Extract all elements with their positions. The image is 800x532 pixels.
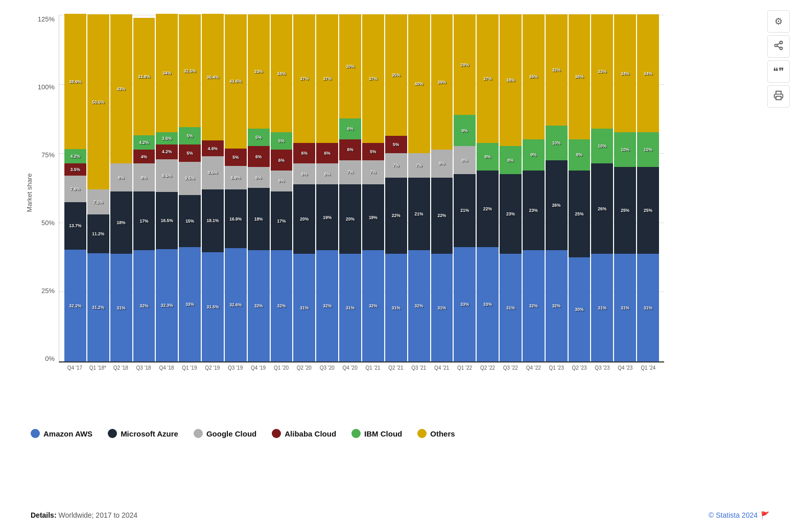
legend-item-microsoft-azure: Microsoft Azure (108, 429, 178, 438)
bar-label-others-18: 37% (483, 77, 492, 81)
bar-aws-10: 31% (293, 254, 315, 361)
x-tick-14: Q2 '21 (385, 362, 407, 371)
bar-group-10: 31%20%6%6%37% (293, 15, 315, 361)
bar-label-alibaba-14: 5% (393, 142, 399, 147)
bar-google-6: 9.5% (202, 156, 224, 189)
print-button[interactable] (767, 85, 790, 108)
svg-line-3 (777, 46, 780, 47)
bar-aws-8: 32% (248, 250, 270, 361)
bar-label-azure-12: 20% (346, 217, 355, 222)
bar-label-aws-4: 32.3% (161, 303, 173, 308)
bar-azure-14: 22% (385, 178, 407, 254)
bar-alibaba-14: 5% (385, 136, 407, 153)
bar-label-google-3: 8% (141, 175, 147, 180)
x-tick-18: Q2 '22 (477, 362, 499, 371)
bar-label-google-7: 6.9% (231, 176, 241, 180)
bar-ibm-8: 5% (248, 129, 270, 146)
bar-azure-24: 25% (614, 167, 636, 254)
bar-google-7: 6.9% (225, 166, 247, 190)
quote-icon: ❝❞ (773, 65, 784, 78)
bar-label-google-11: 6% (324, 172, 331, 177)
bar-label-ibm-4: 3.6% (162, 136, 172, 141)
bar-group-21: 32%26%10%32% (546, 15, 568, 361)
bar-label-azure-24: 25% (621, 208, 629, 213)
x-tick-21: Q1 '23 (546, 362, 568, 371)
bar-label-alibaba-3: 4% (141, 155, 147, 159)
quote-button[interactable]: ❝❞ (767, 60, 790, 83)
bar-azure-5: 15% (179, 195, 201, 247)
bar-label-ibm-19: 8% (507, 158, 513, 162)
x-tick-16: Q4 '21 (431, 362, 453, 371)
bar-group-8: 32%18%6%6%5%33% (248, 15, 270, 361)
bar-label-aws-19: 31% (506, 305, 515, 310)
bar-group-25: 31%25%10%34% (637, 15, 659, 361)
bar-ibm-25: 10% (637, 132, 659, 167)
bar-label-others-22: 36% (575, 75, 583, 79)
bar-others-17: 29% (454, 14, 476, 115)
bar-label-others-24: 34% (621, 71, 629, 76)
bar-label-azure-7: 16.9% (229, 217, 242, 222)
bar-label-aws-16: 31% (437, 305, 446, 310)
bar-label-others-15: 40% (415, 82, 423, 86)
bar-ibm-21: 10% (546, 126, 568, 160)
bar-label-ibm-8: 5% (255, 135, 262, 140)
bar-google-14: 7% (385, 153, 407, 178)
bar-label-alibaba-6: 4.6% (208, 146, 218, 151)
bar-ibm-20: 9% (523, 139, 545, 171)
bar-google-15: 7% (408, 153, 430, 178)
bar-label-others-25: 34% (644, 71, 652, 76)
legend-item-alibaba-cloud: Alibaba Cloud (272, 429, 336, 438)
x-tick-7: Q3 '19 (224, 362, 246, 371)
bar-label-others-9: 34% (277, 71, 286, 76)
bar-label-aws-0: 32.2% (69, 303, 81, 308)
settings-button[interactable]: ⚙ (767, 10, 790, 33)
bar-label-aws-14: 31% (392, 305, 401, 310)
bar-google-5: 9.5% (179, 162, 201, 195)
bar-others-19: 38% (500, 14, 522, 146)
bar-label-azure-0: 13.7% (69, 224, 81, 228)
share-button[interactable] (767, 35, 790, 58)
bar-alibaba-0: 3.5% (64, 163, 86, 176)
bar-ibm-24: 10% (614, 132, 636, 167)
bar-label-azure-1: 11.2% (92, 232, 104, 236)
bar-google-0: 7.6% (64, 176, 86, 202)
bar-google-8: 6% (248, 167, 270, 188)
bar-label-others-4: 34% (162, 71, 171, 76)
bar-azure-15: 21% (408, 178, 430, 251)
x-tick-19: Q3 '22 (500, 362, 522, 371)
bar-aws-12: 31% (339, 254, 361, 361)
bar-label-others-21: 32% (552, 68, 561, 72)
bar-group-18: 33%22%8%37% (477, 15, 499, 361)
bar-label-azure-6: 18.1% (206, 219, 219, 223)
bar-aws-6: 31.5% (202, 252, 224, 361)
x-tick-1: Q1 '18* (87, 362, 109, 371)
bar-group-2: 31%18%8%43% (110, 15, 132, 361)
legend-label: IBM Cloud (364, 429, 402, 438)
bar-azure-20: 23% (523, 171, 545, 250)
legend-dot (417, 429, 427, 438)
bar-others-7: 43.6% (225, 14, 247, 148)
bar-google-4: 9.5% (156, 159, 178, 192)
bar-aws-17: 33% (454, 247, 476, 361)
bar-label-ibm-20: 9% (530, 153, 536, 157)
bar-label-aws-10: 31% (300, 305, 309, 310)
bar-label-ibm-24: 10% (621, 148, 629, 152)
legend-item-amazon-aws: Amazon AWS (31, 429, 92, 438)
bar-others-24: 34% (614, 14, 636, 132)
bar-label-google-15: 7% (416, 163, 422, 168)
bar-aws-24: 31% (614, 254, 636, 361)
bar-label-google-16: 8% (439, 161, 445, 166)
bar-alibaba-12: 6% (339, 139, 361, 160)
bar-label-azure-10: 20% (300, 217, 309, 222)
bar-group-12: 31%20%7%6%6%30% (339, 15, 361, 361)
bar-label-google-5: 9.5% (185, 176, 195, 181)
bar-aws-22: 30% (569, 257, 591, 361)
legend-label: Alibaba Cloud (285, 429, 336, 438)
share-icon (773, 40, 784, 53)
bar-label-ibm-9: 5% (278, 139, 285, 143)
bar-group-14: 31%22%7%5%35% (385, 15, 407, 361)
print-icon (773, 90, 784, 103)
bar-label-others-8: 33% (254, 69, 263, 74)
y-tick-100: 100% (31, 83, 59, 91)
bar-azure-2: 18% (110, 191, 132, 254)
